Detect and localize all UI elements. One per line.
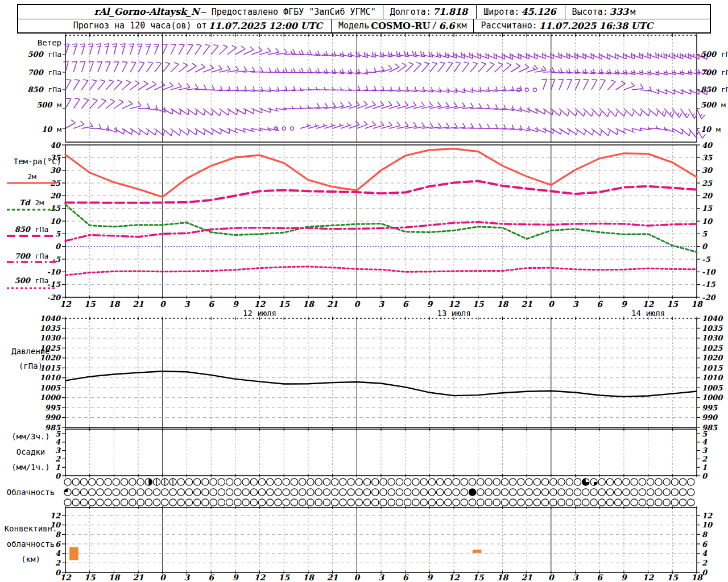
svg-text:18: 18 bbox=[497, 300, 509, 309]
svg-text:5: 5 bbox=[702, 430, 708, 438]
svg-text:21: 21 bbox=[521, 300, 532, 309]
svg-text:15: 15 bbox=[667, 300, 679, 309]
wind-level-num: 10 bbox=[700, 125, 712, 134]
svg-text:1040: 1040 bbox=[702, 314, 723, 323]
convective-cloud-bar bbox=[473, 550, 482, 553]
svg-text:15: 15 bbox=[278, 573, 290, 582]
svg-text:6: 6 bbox=[597, 573, 603, 582]
pressure-curve bbox=[65, 371, 697, 397]
legend-t2m: 2м bbox=[0, 172, 63, 181]
svg-text:12: 12 bbox=[448, 573, 460, 582]
wind-level-num: 850 bbox=[27, 85, 44, 94]
svg-text:-10: -10 bbox=[47, 268, 61, 276]
wind-panel-title: Ветер bbox=[0, 38, 61, 47]
svg-text:1020: 1020 bbox=[702, 354, 723, 362]
svg-text:20: 20 bbox=[702, 192, 713, 200]
svg-text:12: 12 bbox=[254, 300, 266, 309]
svg-text:13 июля: 13 июля bbox=[437, 309, 471, 318]
wind-level-num: 850 bbox=[700, 85, 717, 94]
svg-text:-20: -20 bbox=[702, 293, 716, 302]
wind-level-10m-label: 10 м bbox=[0, 125, 61, 134]
legend-t700: 700 гПа bbox=[0, 252, 63, 260]
meteogram-canvas: 40403535303025252020151510105500-5-5-10-… bbox=[0, 0, 728, 582]
curve-pressure bbox=[65, 371, 697, 397]
svg-text:30: 30 bbox=[702, 166, 713, 174]
svg-text:0: 0 bbox=[354, 573, 360, 582]
svg-text:-20: -20 bbox=[47, 293, 61, 302]
svg-text:0: 0 bbox=[160, 300, 166, 309]
svg-text:1005: 1005 bbox=[702, 384, 723, 392]
svg-text:1010: 1010 bbox=[40, 373, 61, 382]
svg-text:9: 9 bbox=[427, 300, 433, 309]
wind-level-500m-label: 500 м bbox=[0, 101, 61, 109]
svg-text:1015: 1015 bbox=[702, 364, 723, 372]
svg-text:12 июля: 12 июля bbox=[243, 309, 276, 318]
svg-text:1030: 1030 bbox=[40, 334, 61, 342]
day-labels: 12 июля13 июля14 июля bbox=[243, 309, 665, 318]
svg-text:990: 990 bbox=[702, 413, 718, 422]
wind-level-unit: м bbox=[716, 125, 721, 134]
svg-text:18: 18 bbox=[691, 300, 703, 309]
svg-text:8: 8 bbox=[702, 530, 708, 539]
svg-text:15: 15 bbox=[473, 573, 485, 582]
wind-level-num: 500 bbox=[700, 101, 717, 109]
svg-text:18: 18 bbox=[109, 300, 121, 309]
svg-text:0: 0 bbox=[160, 573, 166, 582]
svg-text:40: 40 bbox=[50, 141, 61, 149]
svg-text:6: 6 bbox=[597, 300, 603, 309]
svg-text:0: 0 bbox=[548, 300, 555, 309]
svg-text:10: 10 bbox=[702, 521, 713, 529]
svg-text:3: 3 bbox=[573, 300, 579, 309]
wind-level-unit: м bbox=[57, 101, 61, 109]
svg-text:12: 12 bbox=[448, 300, 460, 309]
svg-text:3: 3 bbox=[378, 300, 384, 309]
temperature-curves bbox=[65, 149, 697, 275]
legend-td2m: Td 2м bbox=[0, 198, 63, 207]
svg-text:15: 15 bbox=[84, 573, 96, 582]
svg-text:0: 0 bbox=[702, 472, 708, 480]
svg-text:6: 6 bbox=[403, 300, 409, 309]
svg-text:9: 9 bbox=[233, 573, 239, 582]
svg-text:0: 0 bbox=[354, 300, 360, 309]
wind-level-unit: гПа bbox=[721, 68, 728, 77]
conv-panel-title-1: Конвективн. bbox=[1, 524, 60, 533]
legend-prefix: 850 bbox=[14, 225, 31, 234]
svg-text:6: 6 bbox=[208, 300, 214, 309]
svg-text:1: 1 bbox=[702, 463, 707, 472]
legend-label: гПа bbox=[35, 225, 48, 234]
wind-level-10m-label-right: 10 м bbox=[700, 125, 728, 134]
svg-text:9: 9 bbox=[427, 573, 433, 582]
wind-level-num: 10 bbox=[41, 125, 52, 134]
wind-level-num: 500 bbox=[36, 101, 52, 109]
svg-text:21: 21 bbox=[521, 573, 532, 582]
svg-text:0: 0 bbox=[548, 573, 555, 582]
svg-text:12: 12 bbox=[254, 573, 266, 582]
svg-text:1035: 1035 bbox=[40, 324, 61, 332]
svg-text:15: 15 bbox=[278, 300, 290, 309]
legend-prefix: Td bbox=[19, 198, 31, 207]
legend-prefix: 500 bbox=[14, 276, 31, 285]
wind-level-unit: гПа bbox=[48, 68, 61, 77]
pressure-panel-unit: (гПа) bbox=[1, 361, 60, 371]
svg-text:990: 990 bbox=[45, 413, 61, 422]
clouds-panel-title: Облачность bbox=[1, 488, 60, 497]
wind-level-num: 500 bbox=[27, 50, 44, 59]
svg-text:15: 15 bbox=[667, 573, 679, 582]
svg-text:40: 40 bbox=[702, 141, 713, 149]
svg-text:25: 25 bbox=[702, 179, 713, 188]
svg-text:18: 18 bbox=[497, 573, 509, 582]
svg-text:2: 2 bbox=[702, 559, 708, 567]
svg-text:2: 2 bbox=[702, 455, 708, 463]
svg-text:1025: 1025 bbox=[702, 344, 723, 352]
hour-labels: 1212151518182121003366991212151518182121… bbox=[60, 300, 703, 582]
svg-text:6: 6 bbox=[208, 573, 214, 582]
wind-level-num: 700 bbox=[700, 68, 717, 77]
svg-text:1035: 1035 bbox=[702, 324, 723, 332]
svg-text:12: 12 bbox=[643, 300, 655, 309]
svg-text:12: 12 bbox=[702, 512, 713, 520]
svg-text:6: 6 bbox=[702, 540, 708, 548]
svg-text:10: 10 bbox=[702, 217, 713, 226]
wind-level-unit: гПа bbox=[48, 85, 61, 94]
svg-text:15: 15 bbox=[84, 300, 96, 309]
svg-text:3: 3 bbox=[184, 573, 191, 582]
